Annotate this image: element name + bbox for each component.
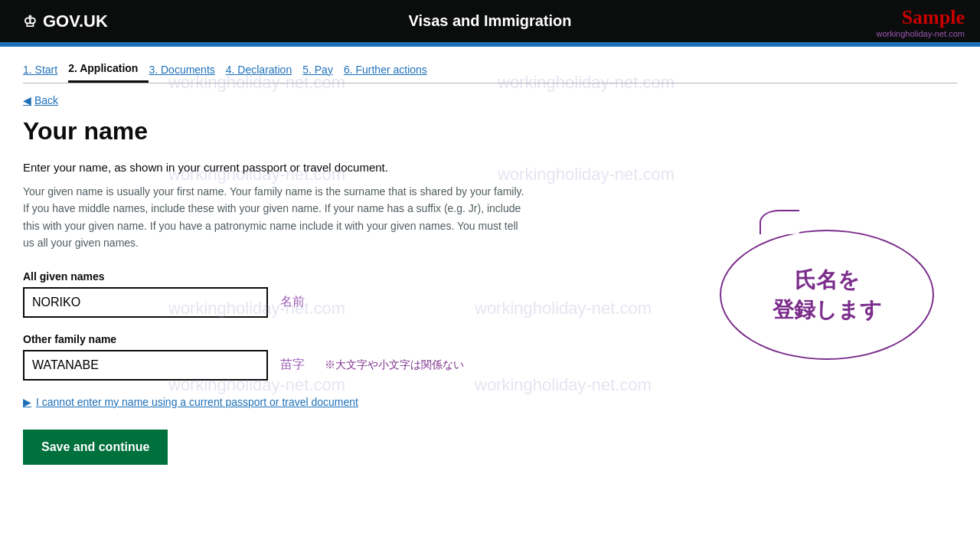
speech-line2: 登録します [773, 298, 882, 322]
speech-bubble-text: 氏名を 登録します [773, 265, 882, 325]
main-content: Your name Enter your name, as shown in y… [0, 117, 643, 465]
back-arrow-icon: ◀ [23, 94, 31, 106]
page-title: Your name [23, 117, 620, 145]
steps-navigation: 1. Start 2. Application 3. Documents 4. … [0, 47, 980, 83]
family-name-annotation: 苗字 [280, 357, 305, 373]
family-name-label: Other family name [23, 333, 620, 345]
sample-label: Sample [902, 6, 965, 29]
gov-uk-logo: ♔ GOV.UK [23, 11, 108, 31]
cannot-enter-arrow-icon: ▶ [23, 396, 31, 408]
step-declaration[interactable]: 4. Declaration [226, 57, 302, 82]
cannot-enter-link[interactable]: ▶ I cannot enter my name using a current… [23, 396, 620, 408]
site-header: ♔ GOV.UK Visas and Immigration Sample wo… [0, 0, 980, 42]
crown-icon: ♔ [23, 12, 37, 31]
speech-bubble-container: 氏名を 登録します [720, 230, 934, 360]
step-application[interactable]: 2. Application [68, 56, 149, 83]
family-name-note: ※大文字や小文字は関係ない [325, 358, 464, 372]
site-title: Visas and Immigration [408, 12, 571, 30]
save-continue-button[interactable]: Save and continue [23, 430, 168, 465]
given-names-row: 名前 [23, 287, 620, 318]
step-further-actions[interactable]: 6. Further actions [344, 57, 438, 82]
back-link-text: Back [34, 94, 58, 106]
speech-line1: 氏名を [795, 268, 860, 292]
given-names-label: All given names [23, 270, 620, 283]
step-start[interactable]: 1. Start [23, 57, 68, 82]
step-documents[interactable]: 3. Documents [149, 57, 225, 82]
logo-text: GOV.UK [43, 11, 108, 31]
given-names-annotation: 名前 [280, 294, 305, 310]
cannot-enter-text: I cannot enter my name using a current p… [36, 396, 358, 408]
instruction-detail: Your given name is usually your first na… [23, 183, 528, 252]
step-pay[interactable]: 5. Pay [302, 57, 344, 82]
header-watermark: workingholiday-net.com [876, 29, 965, 38]
family-name-input[interactable] [23, 350, 268, 381]
family-name-row: 苗字 ※大文字や小文字は関係ない [23, 350, 620, 381]
given-names-input[interactable] [23, 287, 268, 318]
speech-bubble: 氏名を 登録します [720, 230, 934, 360]
family-name-group: Other family name 苗字 ※大文字や小文字は関係ない [23, 333, 620, 381]
instruction-bold: Enter your name, as shown in your curren… [23, 161, 620, 174]
given-names-group: All given names 名前 [23, 270, 620, 318]
back-link[interactable]: ◀ Back [0, 83, 980, 117]
